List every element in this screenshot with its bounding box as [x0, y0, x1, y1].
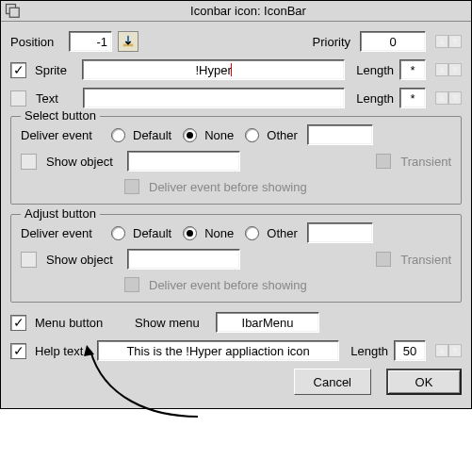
position-picker-icon[interactable]	[118, 31, 138, 52]
sprite-length-label: Length	[356, 63, 394, 77]
help-length-up-icon[interactable]	[435, 344, 448, 357]
text-label: Text	[36, 91, 77, 106]
help-length-input[interactable]: 50	[394, 340, 426, 361]
svg-marker-6	[439, 67, 445, 73]
priority-label: Priority	[313, 35, 350, 49]
dialog-body: Position -1 Priority 0 Sprite !Hyper Len…	[1, 22, 471, 408]
sprite-label: Sprite	[35, 63, 76, 77]
adjust-other-input[interactable]	[307, 222, 373, 243]
select-transient-checkbox	[376, 154, 391, 169]
sprite-input[interactable]: !Hyper	[82, 59, 345, 80]
select-transient-label: Transient	[400, 155, 451, 169]
select-show-object-label: Show object	[46, 155, 122, 169]
help-length-down-icon[interactable]	[448, 344, 462, 357]
text-length-spinner[interactable]	[435, 91, 462, 105]
svg-marker-4	[439, 39, 445, 44]
svg-marker-8	[439, 95, 445, 101]
help-length-label: Length	[350, 344, 388, 358]
svg-marker-7	[452, 67, 458, 73]
priority-spinner[interactable]	[435, 35, 462, 48]
sprite-length-down-icon[interactable]	[448, 63, 462, 76]
adjust-legend: Adjust button	[21, 206, 100, 221]
svg-rect-1	[9, 8, 19, 17]
adjust-deliver-label: Deliver event	[21, 226, 100, 240]
svg-marker-5	[452, 39, 458, 44]
help-length-spinner[interactable]	[435, 344, 462, 357]
svg-marker-9	[452, 95, 458, 101]
sprite-length-up-icon[interactable]	[435, 63, 448, 76]
menu-button-checkbox[interactable]	[10, 315, 26, 331]
adjust-radio-none[interactable]	[183, 226, 197, 240]
window-title: Iconbar icon: IconBar	[25, 4, 471, 18]
text-cursor	[231, 63, 232, 76]
text-length-input[interactable]: *	[399, 88, 426, 108]
menu-button-label: Menu button	[35, 316, 129, 330]
show-menu-input[interactable]: IbarMenu	[216, 312, 319, 333]
svg-marker-11	[452, 348, 458, 353]
dialog-window: Iconbar icon: IconBar Position -1 Priori…	[0, 0, 472, 409]
svg-rect-2	[127, 36, 129, 43]
select-show-object-checkbox[interactable]	[21, 154, 37, 170]
text-length-down-icon[interactable]	[448, 91, 462, 105]
adjust-radio-default[interactable]	[111, 226, 125, 240]
adjust-opt-other: Other	[267, 226, 298, 240]
select-show-object-input[interactable]	[127, 151, 240, 172]
sprite-length-spinner[interactable]	[435, 63, 462, 76]
help-text-input[interactable]: This is the !Hyper appliaction icon	[97, 340, 339, 361]
priority-down-icon[interactable]	[448, 35, 462, 48]
select-radio-default[interactable]	[111, 128, 125, 142]
adjust-button-group: Adjust button Deliver event Default None…	[10, 214, 462, 303]
adjust-before-checkbox	[124, 277, 139, 292]
svg-marker-10	[439, 348, 445, 353]
priority-up-icon[interactable]	[435, 35, 448, 48]
select-before-checkbox	[124, 179, 139, 194]
adjust-opt-none: None	[204, 226, 234, 240]
adjust-opt-default: Default	[133, 226, 171, 240]
help-text-label: Help text	[35, 344, 91, 358]
back-icon[interactable]	[4, 2, 23, 21]
titlebar: Iconbar icon: IconBar	[1, 1, 471, 22]
select-opt-other: Other	[267, 128, 298, 142]
text-length-up-icon[interactable]	[435, 91, 448, 105]
adjust-show-object-label: Show object	[46, 253, 122, 267]
sprite-checkbox[interactable]	[10, 62, 26, 78]
position-input[interactable]: -1	[69, 31, 112, 52]
text-length-label: Length	[356, 91, 394, 106]
adjust-before-label: Deliver event before showing	[149, 278, 307, 292]
adjust-transient-label: Transient	[400, 253, 451, 267]
help-text-checkbox[interactable]	[10, 343, 26, 359]
select-button-group: Select button Deliver event Default None…	[10, 116, 462, 205]
cancel-button[interactable]: Cancel	[294, 369, 371, 395]
sprite-length-input[interactable]: *	[399, 59, 426, 80]
adjust-transient-checkbox	[376, 252, 391, 267]
text-input[interactable]	[83, 88, 345, 108]
text-checkbox[interactable]	[10, 90, 26, 107]
select-radio-other[interactable]	[245, 128, 259, 142]
show-menu-label: Show menu	[135, 316, 210, 330]
select-opt-default: Default	[133, 128, 171, 142]
select-other-input[interactable]	[307, 124, 373, 145]
adjust-show-object-input[interactable]	[127, 249, 240, 270]
adjust-radio-other[interactable]	[245, 226, 259, 240]
ok-button[interactable]: OK	[386, 369, 462, 395]
position-label: Position	[10, 35, 63, 49]
adjust-show-object-checkbox[interactable]	[21, 252, 37, 268]
priority-input[interactable]: 0	[360, 31, 426, 52]
select-deliver-label: Deliver event	[21, 128, 100, 142]
select-legend: Select button	[21, 108, 100, 123]
select-radio-none[interactable]	[183, 128, 197, 142]
select-before-label: Deliver event before showing	[149, 180, 307, 194]
select-opt-none: None	[204, 128, 234, 142]
